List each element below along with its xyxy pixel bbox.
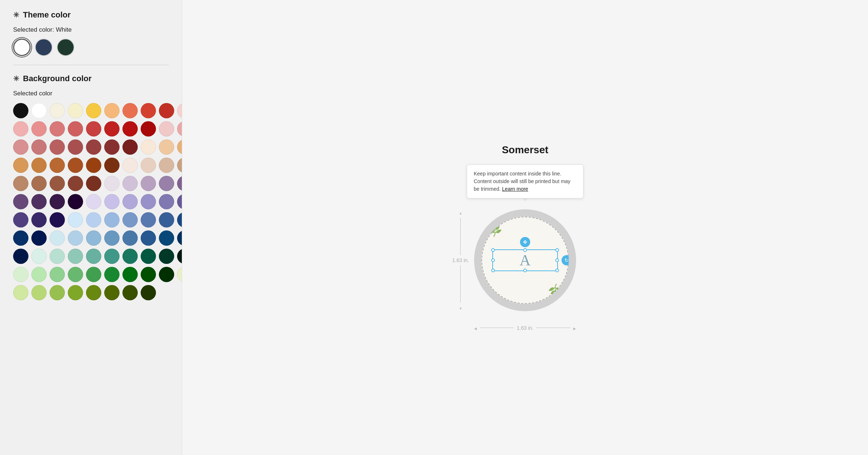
color-dot-74[interactable] <box>86 230 101 246</box>
color-dot-106[interactable] <box>122 285 138 300</box>
color-dot-85[interactable] <box>104 249 120 264</box>
color-dot-39[interactable] <box>177 158 182 173</box>
color-dot-73[interactable] <box>68 230 83 246</box>
color-dot-34[interactable] <box>86 158 101 173</box>
handle-top-right[interactable] <box>555 248 559 252</box>
color-dot-31[interactable] <box>31 158 47 173</box>
color-dot-0[interactable] <box>13 103 28 118</box>
color-dot-45[interactable] <box>104 176 120 191</box>
color-dot-105[interactable] <box>104 285 120 300</box>
handle-bottom-right[interactable] <box>555 269 559 272</box>
color-dot-68[interactable] <box>159 212 174 228</box>
color-dot-64[interactable] <box>86 212 101 228</box>
color-dot-98[interactable] <box>159 267 174 282</box>
color-dot-33[interactable] <box>68 158 83 173</box>
color-dot-16[interactable] <box>122 121 138 136</box>
color-dot-43[interactable] <box>68 176 83 191</box>
color-dot-24[interactable] <box>86 139 101 155</box>
rotate-icon[interactable]: ↻ <box>562 255 569 265</box>
color-dot-63[interactable] <box>68 212 83 228</box>
color-dot-58[interactable] <box>159 194 174 209</box>
color-dot-90[interactable] <box>13 267 28 282</box>
color-dot-9[interactable] <box>177 103 182 118</box>
color-dot-18[interactable] <box>159 121 174 136</box>
color-dot-53[interactable] <box>68 194 83 209</box>
color-dot-51[interactable] <box>31 194 47 209</box>
color-dot-20[interactable] <box>13 139 28 155</box>
color-dot-96[interactable] <box>122 267 138 282</box>
color-dot-92[interactable] <box>50 267 65 282</box>
handle-middle-left[interactable] <box>491 258 495 262</box>
color-dot-79[interactable] <box>177 230 182 246</box>
color-dot-54[interactable] <box>86 194 101 209</box>
color-dot-13[interactable] <box>68 121 83 136</box>
color-dot-14[interactable] <box>86 121 101 136</box>
color-dot-6[interactable] <box>122 103 138 118</box>
color-dot-8[interactable] <box>159 103 174 118</box>
learn-more-link[interactable]: Learn more <box>502 186 528 192</box>
color-dot-95[interactable] <box>104 267 120 282</box>
color-dot-82[interactable] <box>50 249 65 264</box>
color-dot-26[interactable] <box>122 139 138 155</box>
color-dot-107[interactable] <box>141 285 156 300</box>
handle-bottom-left[interactable] <box>491 269 495 272</box>
color-dot-83[interactable] <box>68 249 83 264</box>
color-dot-57[interactable] <box>141 194 156 209</box>
color-dot-11[interactable] <box>31 121 47 136</box>
handle-bottom-middle[interactable] <box>523 269 527 272</box>
theme-swatch-white[interactable] <box>13 39 31 56</box>
color-dot-55[interactable] <box>104 194 120 209</box>
color-dot-88[interactable] <box>159 249 174 264</box>
color-dot-76[interactable] <box>122 230 138 246</box>
color-dot-59[interactable] <box>177 194 182 209</box>
color-dot-80[interactable] <box>13 249 28 264</box>
color-dot-104[interactable] <box>86 285 101 300</box>
color-dot-29[interactable] <box>177 139 182 155</box>
color-dot-21[interactable] <box>31 139 47 155</box>
color-dot-23[interactable] <box>68 139 83 155</box>
text-element[interactable]: A <box>520 252 531 269</box>
color-dot-32[interactable] <box>50 158 65 173</box>
theme-swatch-dark-green[interactable] <box>57 39 74 56</box>
color-dot-89[interactable] <box>177 249 182 264</box>
color-dot-81[interactable] <box>31 249 47 264</box>
color-dot-94[interactable] <box>86 267 101 282</box>
color-dot-78[interactable] <box>159 230 174 246</box>
color-dot-10[interactable] <box>13 121 28 136</box>
color-dot-66[interactable] <box>122 212 138 228</box>
color-dot-28[interactable] <box>159 139 174 155</box>
color-dot-12[interactable] <box>50 121 65 136</box>
color-dot-44[interactable] <box>86 176 101 191</box>
color-dot-25[interactable] <box>104 139 120 155</box>
color-dot-19[interactable] <box>177 121 182 136</box>
color-dot-4[interactable] <box>86 103 101 118</box>
color-dot-71[interactable] <box>31 230 47 246</box>
color-dot-77[interactable] <box>141 230 156 246</box>
color-dot-62[interactable] <box>50 212 65 228</box>
handle-top-left[interactable] <box>491 248 495 252</box>
sticker-inner[interactable]: 🌿 🌿 ✥ ↻ A <box>481 217 569 304</box>
theme-swatch-dark-blue[interactable] <box>35 39 52 56</box>
color-dot-67[interactable] <box>141 212 156 228</box>
color-dot-49[interactable] <box>177 176 182 191</box>
handle-middle-right[interactable] <box>555 258 559 262</box>
color-dot-100[interactable] <box>13 285 28 300</box>
color-dot-65[interactable] <box>104 212 120 228</box>
color-dot-84[interactable] <box>86 249 101 264</box>
color-dot-38[interactable] <box>159 158 174 173</box>
color-dot-37[interactable] <box>141 158 156 173</box>
color-dot-69[interactable] <box>177 212 182 228</box>
color-dot-60[interactable] <box>13 212 28 228</box>
color-dot-61[interactable] <box>31 212 47 228</box>
color-dot-15[interactable] <box>104 121 120 136</box>
color-dot-17[interactable] <box>141 121 156 136</box>
color-dot-5[interactable] <box>104 103 120 118</box>
color-dot-36[interactable] <box>122 158 138 173</box>
color-dot-102[interactable] <box>50 285 65 300</box>
text-selection-box[interactable]: ✥ ↻ A <box>492 249 558 271</box>
color-dot-46[interactable] <box>122 176 138 191</box>
color-dot-47[interactable] <box>141 176 156 191</box>
color-dot-27[interactable] <box>141 139 156 155</box>
color-dot-52[interactable] <box>50 194 65 209</box>
color-dot-41[interactable] <box>31 176 47 191</box>
